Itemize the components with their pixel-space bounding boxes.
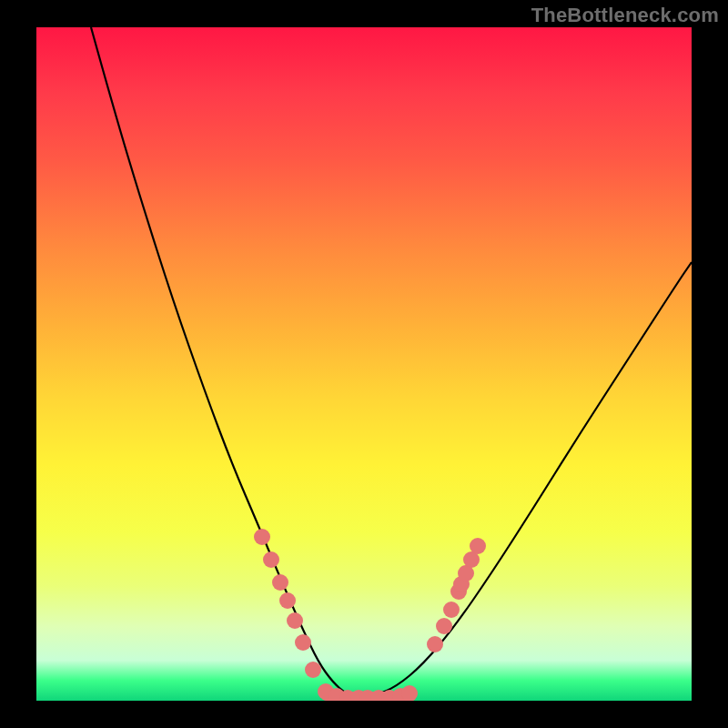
data-dot [272,574,288,591]
plot-area [36,27,692,701]
data-dot [287,612,303,629]
data-dot [470,538,486,554]
chart-svg [36,27,692,701]
data-dot [443,602,460,618]
data-dot [401,685,418,701]
right-curve [357,262,692,698]
data-dot [279,592,296,609]
data-dot [295,634,311,651]
watermark-text: TheBottleneck.com [531,4,719,27]
data-dot [305,662,321,678]
data-dot [254,529,270,545]
left-curve [91,27,357,698]
data-dot [263,551,279,568]
data-dot [436,618,452,634]
frame: TheBottleneck.com [0,0,728,728]
data-dot [427,636,443,652]
dot-layer [254,529,486,701]
